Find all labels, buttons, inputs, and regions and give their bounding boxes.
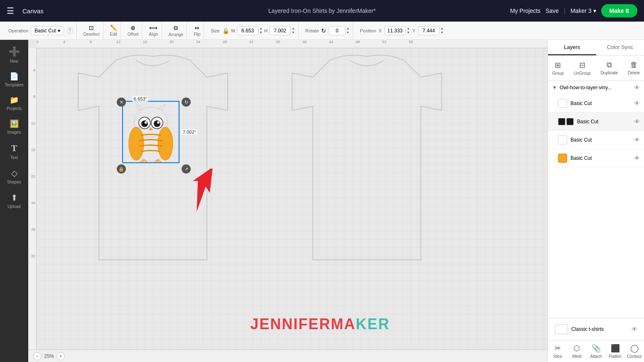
edit-group: ✏️ Edit xyxy=(107,22,121,39)
height-input[interactable] xyxy=(269,26,291,35)
divider: | xyxy=(564,7,565,15)
x-spinner[interactable]: ▲▼ xyxy=(407,27,410,34)
contour-tool[interactable]: ◯ Contour xyxy=(625,340,644,362)
owl-graphic[interactable] xyxy=(124,102,178,162)
chevron-down-icon: ▾ xyxy=(58,28,60,34)
rotate-handle[interactable]: ↻ xyxy=(182,98,191,107)
width-spinner[interactable]: ▲▼ xyxy=(259,27,263,34)
sidebar-item-images[interactable]: 🖼️ Images xyxy=(0,116,28,138)
slice-icon: ✂ xyxy=(555,344,561,353)
group-chevron-icon: ▼ xyxy=(552,85,557,90)
delete-tool[interactable]: 🗑 Delete xyxy=(624,59,643,77)
duplicate-tool[interactable]: ⧉ Duplicate xyxy=(597,59,621,77)
x-input[interactable] xyxy=(384,26,406,35)
left-tshirt xyxy=(74,52,232,278)
layer-item-2[interactable]: Basic Cut 👁 xyxy=(548,113,644,131)
tab-color-sync[interactable]: Color Sync xyxy=(596,40,644,55)
layer-3-visibility-toggle[interactable]: 👁 xyxy=(634,137,640,143)
tab-layers[interactable]: Layers xyxy=(548,40,596,55)
weld-tool[interactable]: ⬡ Weld xyxy=(567,340,586,362)
templates-icon: 📄 xyxy=(10,72,19,81)
zoom-out-button[interactable]: − xyxy=(33,352,42,360)
flip-button[interactable]: ⇔ Flip xyxy=(194,24,200,37)
canvas-content[interactable]: 6.653" 7.002" ✕ ↻ ↗ 🔒 JENNIFERMAKER xyxy=(37,48,548,350)
rotate-input-group: ▲▼ xyxy=(329,26,349,35)
offset-group: ⊕ Offset xyxy=(124,22,143,39)
layer-item-4[interactable]: Basic Cut 👁 xyxy=(548,149,644,167)
operation-select[interactable]: Basic Cut ▾ xyxy=(31,26,64,35)
my-projects-button[interactable]: My Projects xyxy=(510,7,541,14)
x-label: X xyxy=(379,28,381,33)
classic-swatch xyxy=(555,324,568,334)
sidebar-item-projects[interactable]: 📁 Projects xyxy=(0,92,28,114)
make-it-button[interactable]: Make It xyxy=(601,4,637,17)
upload-icon: ⬆ xyxy=(11,193,18,203)
y-label: Y xyxy=(413,28,415,33)
rotate-group: Rotate ↻ ▲▼ xyxy=(302,22,353,39)
layer-item-1[interactable]: Basic Cut 👁 xyxy=(548,94,644,113)
rotate-input[interactable] xyxy=(329,26,345,35)
attach-icon: 📎 xyxy=(592,344,601,353)
align-button[interactable]: ⟺ Align xyxy=(149,24,158,37)
classic-tshirt-row[interactable]: Classic t-shirts 👁 xyxy=(551,322,641,337)
panel-toolbar: ⊞ Group ⊟ UnGroup ⧉ Duplicate 🗑 Delete xyxy=(548,56,644,81)
panel-tabs: Layers Color Sync xyxy=(548,40,644,56)
deselect-button[interactable]: ⊡ Deselect xyxy=(84,24,100,37)
group-icon: ⊞ xyxy=(555,61,561,70)
flatten-tool[interactable]: ⬛ Flatten xyxy=(606,340,625,362)
slice-tool[interactable]: ✂ Slice xyxy=(548,340,567,362)
align-group: ⟺ Align xyxy=(145,22,162,39)
svg-marker-13 xyxy=(186,169,223,212)
machine-selector[interactable]: Maker 3 ▾ xyxy=(570,7,596,14)
canvas-area[interactable]: 0 4 8 12 16 20 24 28 32 36 40 44 48 52 5… xyxy=(28,40,548,362)
zoom-level: 25% xyxy=(44,353,54,359)
sidebar-item-new[interactable]: ➕ New xyxy=(0,43,28,67)
offset-button[interactable]: ⊕ Offset xyxy=(128,24,139,37)
new-icon: ➕ xyxy=(9,46,20,57)
y-spinner[interactable]: ▲▼ xyxy=(440,27,444,34)
height-spinner[interactable]: ▲▼ xyxy=(292,27,295,34)
sidebar-item-templates[interactable]: 📄 Templates xyxy=(0,68,28,90)
lock-handle[interactable]: 🔒 xyxy=(117,164,126,174)
operation-label: Operation xyxy=(8,28,28,33)
arrange-button[interactable]: ⧉ Arrange xyxy=(169,24,184,37)
edit-button[interactable]: ✏️ Edit xyxy=(110,24,117,37)
save-button[interactable]: Save xyxy=(546,7,559,14)
sidebar-item-upload[interactable]: ⬆ Upload xyxy=(0,189,28,212)
width-input[interactable] xyxy=(237,26,258,35)
rotate-icon: ↻ xyxy=(321,27,326,34)
x-input-group: ▲▼ xyxy=(384,26,410,35)
chevron-down-icon: ▾ xyxy=(593,7,596,14)
group-visibility-toggle[interactable]: 👁 xyxy=(634,84,640,91)
layer-4-visibility-toggle[interactable]: 👁 xyxy=(634,155,640,161)
contour-icon: ◯ xyxy=(630,344,639,353)
delete-icon: 🗑 xyxy=(630,61,638,69)
y-input[interactable] xyxy=(418,26,440,35)
group-tool[interactable]: ⊞ Group xyxy=(549,59,567,77)
panel-bottom-tools: ✂ Slice ⬡ Weld 📎 Attach ⬛ Flatten ◯ Cont… xyxy=(548,340,644,362)
bottom-bar: − 25% + xyxy=(28,350,548,362)
classic-visibility-toggle[interactable]: 👁 xyxy=(632,326,637,333)
left-sidebar: ➕ New 📄 Templates 📁 Projects 🖼️ Images T… xyxy=(0,40,28,362)
zoom-in-button[interactable]: + xyxy=(57,352,65,360)
delete-handle[interactable]: ✕ xyxy=(117,98,126,107)
layer-2-visibility-toggle[interactable]: 👁 xyxy=(634,118,640,125)
layer-1-visibility-toggle[interactable]: 👁 xyxy=(634,100,640,107)
watermark: JENNIFERMAKER xyxy=(250,316,390,333)
sidebar-item-shapes[interactable]: ◇ Shapes xyxy=(0,165,28,188)
help-icon[interactable]: ? xyxy=(66,27,73,34)
layer-item-3[interactable]: Basic Cut 👁 xyxy=(548,131,644,149)
layer-1-swatch xyxy=(558,99,567,108)
flatten-icon: ⬛ xyxy=(611,344,620,353)
hamburger-icon[interactable]: ☰ xyxy=(7,6,14,16)
position-group: Position X ▲▼ Y ▲▼ xyxy=(356,22,447,39)
ruler-top: 0 4 8 12 16 20 24 28 32 36 40 44 48 52 5… xyxy=(37,40,548,48)
rotate-spinner[interactable]: ▲▼ xyxy=(346,27,349,34)
size-label: Size xyxy=(211,28,219,33)
width-label: W xyxy=(231,28,235,33)
ungroup-tool[interactable]: ⊟ UnGroup xyxy=(570,59,594,77)
attach-tool[interactable]: 📎 Attach xyxy=(586,340,605,362)
sidebar-item-text[interactable]: T Text xyxy=(0,139,28,163)
right-panel: Layers Color Sync ⊞ Group ⊟ UnGroup ⧉ Du… xyxy=(548,40,644,362)
layer-group-header[interactable]: ▼ Owl-how-to-layer-viny... 👁 xyxy=(548,81,644,94)
